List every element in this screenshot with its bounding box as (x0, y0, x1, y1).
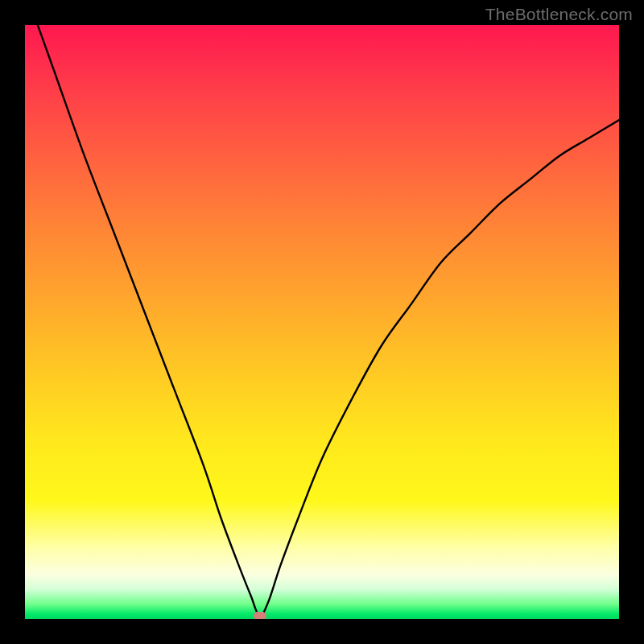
plot-area (25, 25, 619, 619)
bottleneck-curve (25, 25, 619, 619)
minimum-marker (254, 612, 266, 619)
chart-frame: TheBottleneck.com (0, 0, 644, 644)
watermark-text: TheBottleneck.com (485, 5, 633, 24)
